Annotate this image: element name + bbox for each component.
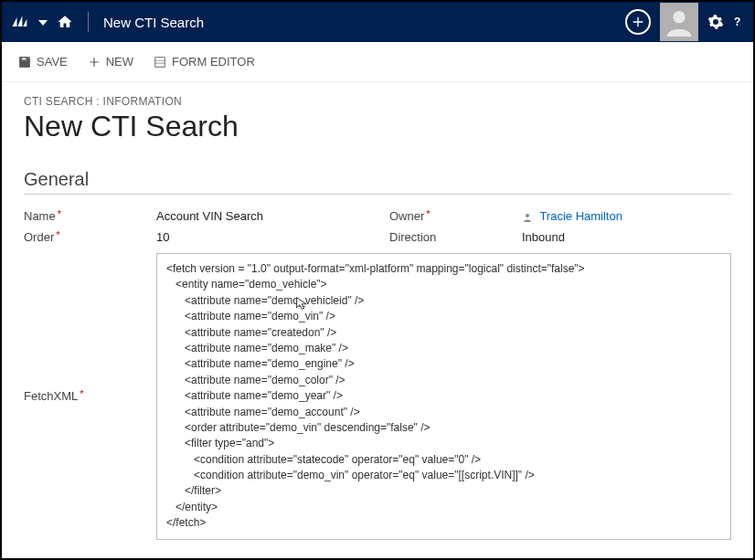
help-icon[interactable]: ?	[729, 14, 746, 30]
breadcrumb: New CTI Search	[103, 15, 204, 30]
new-button[interactable]: NEW	[88, 55, 133, 69]
order-label: Order*	[24, 230, 156, 244]
fields-grid: Name* Account VIN Search Owner* Tracie H…	[24, 206, 731, 540]
page-title: New CTI Search	[24, 110, 731, 143]
section-general: General	[24, 169, 731, 195]
svg-rect-5	[155, 57, 165, 67]
topbar: New CTI Search ?	[2, 2, 753, 42]
svg-text:?: ?	[734, 16, 740, 28]
save-icon	[18, 56, 31, 69]
form-editor-label: FORM EDITOR	[172, 55, 255, 69]
svg-point-0	[673, 11, 685, 23]
app-menu-chevron-icon[interactable]	[35, 17, 51, 27]
app-logo-icon[interactable]	[9, 12, 29, 32]
new-label: NEW	[106, 55, 133, 69]
fetchxml-label: FetchXML*	[24, 253, 156, 540]
plus-icon	[88, 56, 101, 69]
form-icon	[154, 56, 166, 69]
owner-label: Owner*	[389, 209, 522, 223]
form-editor-button[interactable]: FORM EDITOR	[154, 55, 255, 69]
person-icon	[522, 212, 533, 223]
home-icon[interactable]	[57, 14, 73, 30]
direction-label: Direction	[389, 230, 522, 244]
owner-link[interactable]: Tracie Hamilton	[539, 209, 622, 223]
add-button[interactable]	[625, 9, 651, 35]
section-notes: Notes	[24, 555, 731, 560]
topbar-left: New CTI Search	[9, 12, 204, 32]
settings-icon[interactable]	[707, 14, 724, 30]
name-field[interactable]: Account VIN Search	[156, 209, 263, 223]
cursor-icon	[295, 296, 310, 311]
save-button[interactable]: SAVE	[18, 55, 68, 69]
direction-field[interactable]: Inbound	[522, 230, 565, 244]
divider	[88, 12, 89, 32]
topbar-right: ?	[625, 3, 746, 41]
svg-point-8	[526, 214, 529, 217]
save-label: SAVE	[37, 55, 68, 69]
fetchxml-field[interactable]: <fetch version = "1.0" output-format="xm…	[156, 253, 731, 540]
owner-field[interactable]: Tracie Hamilton	[522, 209, 622, 223]
user-avatar[interactable]	[660, 3, 698, 41]
name-label: Name*	[24, 209, 156, 223]
command-bar: SAVE NEW FORM EDITOR	[2, 42, 753, 82]
entity-line: CTI SEARCH : INFORMATION	[24, 95, 731, 108]
order-field[interactable]: 10	[156, 230, 169, 244]
form-content: CTI SEARCH : INFORMATION New CTI Search …	[2, 82, 753, 560]
